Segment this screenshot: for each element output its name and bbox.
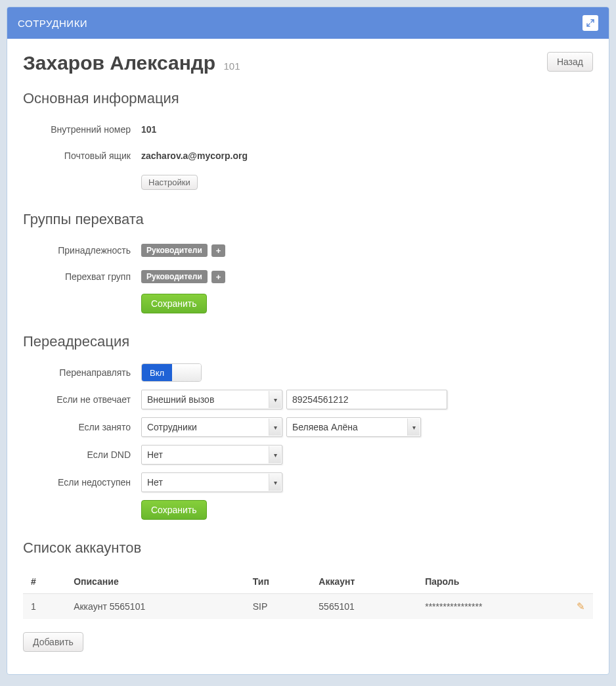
title-row: Захаров Александр 101 Назад (23, 52, 593, 74)
label-membership: Принадлежность (23, 245, 141, 256)
cell-desc: Аккаунт 5565101 (66, 594, 245, 620)
row-forwarding-save: Сохранить (23, 500, 593, 520)
section-forwarding: Переадресация Перенаправлять Вкл Если не… (23, 333, 593, 520)
toggle-on-label: Вкл (142, 364, 172, 381)
panel-title: СОТРУДНИКИ (18, 18, 87, 29)
edit-icon[interactable]: ✎ (577, 601, 585, 612)
busy-value-select[interactable]: Беляева Алёна (286, 417, 421, 437)
row-membership: Принадлежность Руководители + (23, 241, 593, 260)
cell-num: 1 (23, 594, 66, 620)
save-pickup-button[interactable]: Сохранить (141, 294, 207, 313)
employee-id: 101 (223, 60, 240, 72)
label-mailbox: Почтовый ящик (23, 150, 141, 161)
row-mailbox: Почтовый ящик zacharov.a@mycorp.org (23, 147, 593, 165)
noanswer-value-input[interactable] (286, 390, 447, 409)
section-title-pickup: Группы перехвата (23, 211, 593, 228)
th-type: Тип (245, 570, 311, 594)
panel-body: Захаров Александр 101 Назад Основная инф… (7, 39, 609, 674)
noanswer-type-select[interactable]: Внешний вызов (141, 390, 282, 409)
label-redirect: Перенаправлять (23, 367, 141, 378)
section-title-forwarding: Переадресация (23, 333, 593, 350)
value-extension: 101 (141, 124, 593, 135)
th-acct: Аккаунт (311, 570, 417, 594)
row-settings-btn: Настройки (23, 173, 593, 191)
th-num: # (23, 570, 66, 594)
save-forwarding-button[interactable]: Сохранить (141, 500, 207, 520)
toggle-off-handle (172, 364, 201, 381)
section-title-basic: Основная информация (23, 90, 593, 107)
add-account-button[interactable]: Добавить (23, 632, 83, 652)
dnd-select[interactable]: Нет (141, 445, 282, 465)
employee-name: Захаров Александр (23, 52, 215, 74)
cell-acct: 5565101 (311, 594, 417, 620)
label-unavailable: Если недоступен (23, 477, 141, 488)
row-extension: Внутренний номер 101 (23, 120, 593, 139)
expand-icon (586, 19, 594, 27)
label-busy: Если занято (23, 422, 141, 432)
page-title: Захаров Александр 101 (23, 52, 240, 74)
section-basic-info: Основная информация Внутренний номер 101… (23, 90, 593, 191)
label-intercept: Перехват групп (23, 271, 141, 282)
row-redirect: Перенаправлять Вкл (23, 363, 593, 382)
busy-type-select[interactable]: Сотрудники (141, 417, 282, 437)
add-intercept-button[interactable]: + (211, 271, 226, 283)
row-pickup-save: Сохранить (23, 294, 593, 313)
cell-type: SIP (245, 594, 311, 620)
th-pass: Пароль (417, 570, 567, 594)
row-intercept: Перехват групп Руководители + (23, 267, 593, 286)
expand-button[interactable] (583, 15, 598, 31)
label-dnd: Если DND (23, 449, 141, 460)
panel-header: СОТРУДНИКИ (7, 7, 609, 39)
section-accounts: Список аккаунтов # Описание Тип Аккаунт … (23, 539, 593, 652)
employee-panel: СОТРУДНИКИ Захаров Александр 101 Назад О… (7, 7, 609, 675)
row-noanswer: Если не отвечает Внешний вызов (23, 390, 593, 409)
tag-intercept[interactable]: Руководители (141, 270, 208, 283)
value-mailbox: zacharov.a@mycorp.org (141, 150, 593, 161)
tag-membership[interactable]: Руководители (141, 244, 208, 257)
row-busy: Если занято Сотрудники Беляева Алёна (23, 417, 593, 437)
back-button[interactable]: Назад (547, 52, 593, 72)
table-row: 1 Аккаунт 5565101 SIP 5565101 **********… (23, 594, 593, 620)
add-membership-button[interactable]: + (211, 244, 226, 257)
section-pickup-groups: Группы перехвата Принадлежность Руководи… (23, 211, 593, 313)
section-title-accounts: Список аккаунтов (23, 539, 593, 557)
row-unavailable: Если недоступен Нет (23, 472, 593, 492)
label-extension: Внутренний номер (23, 124, 141, 135)
unavailable-select[interactable]: Нет (141, 472, 282, 492)
row-dnd: Если DND Нет (23, 445, 593, 465)
settings-button[interactable]: Настройки (141, 175, 198, 190)
label-noanswer: Если не отвечает (23, 394, 141, 405)
cell-pass: **************** (417, 594, 567, 620)
accounts-table: # Описание Тип Аккаунт Пароль 1 Аккаунт … (23, 570, 593, 619)
redirect-toggle[interactable]: Вкл (141, 363, 202, 382)
th-desc: Описание (66, 570, 245, 594)
